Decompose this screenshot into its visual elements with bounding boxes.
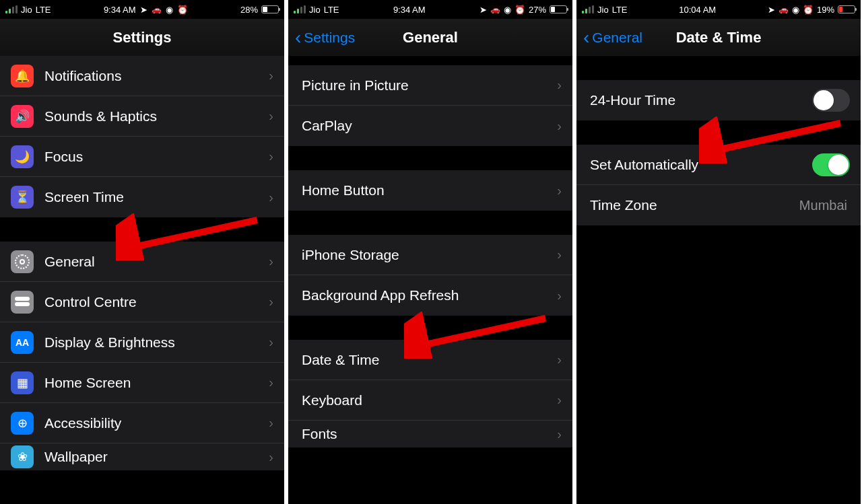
battery-pct: 19% xyxy=(817,5,834,15)
network-label: LTE xyxy=(324,5,339,15)
settings-row[interactable]: 🌙 Focus › xyxy=(0,137,284,177)
row-label: Date & Time xyxy=(302,352,557,368)
section-gap xyxy=(288,56,572,65)
battery-icon xyxy=(550,5,567,13)
nav-bar: ‹ General Date & Time xyxy=(576,19,861,56)
row-icon: 🌙 xyxy=(11,145,34,168)
chevron-right-icon: › xyxy=(269,149,273,164)
carrier-label: Jio xyxy=(597,5,609,15)
row-icon: ❀ xyxy=(11,445,34,468)
chevron-left-icon: ‹ xyxy=(583,28,589,47)
settings-row[interactable]: ⊕ Accessibility › xyxy=(0,403,284,443)
settings-row[interactable]: Keyboard › xyxy=(288,380,572,421)
list-group: Date & Time › Keyboard › Fonts › xyxy=(288,340,572,447)
settings-row[interactable]: ❀ Wallpaper › xyxy=(0,443,284,470)
row-icon: ❀ xyxy=(18,449,28,464)
target-icon: ◉ xyxy=(792,5,799,15)
row-label: Display & Brightness xyxy=(44,334,269,351)
row-icon: ▦ xyxy=(11,371,34,394)
chevron-right-icon: › xyxy=(269,190,273,205)
row-label: Keyboard xyxy=(302,392,557,408)
row-icon: 🔊 xyxy=(11,105,34,128)
settings-row[interactable]: Fonts › xyxy=(288,421,572,447)
row-icon xyxy=(11,291,34,314)
settings-row[interactable]: Time Zone Mumbai xyxy=(576,185,861,225)
settings-row[interactable]: Control Centre › xyxy=(0,282,284,322)
settings-row[interactable]: CarPlay › xyxy=(288,106,572,146)
row-label: CarPlay xyxy=(302,118,557,134)
target-icon: ◉ xyxy=(504,5,511,15)
location-icon: ➤ xyxy=(479,5,487,15)
settings-row[interactable]: 🔊 Sounds & Haptics › xyxy=(0,96,284,137)
list-group: 🔔 Notifications › 🔊 Sounds & Haptics › 🌙… xyxy=(0,56,284,217)
row-icon: 🌙 xyxy=(15,149,30,164)
toggle-icon xyxy=(15,297,30,308)
row-icon: AA xyxy=(11,331,34,354)
chevron-right-icon: › xyxy=(557,427,562,442)
row-label: Notifications xyxy=(44,68,269,84)
car-icon: 🚗 xyxy=(778,5,789,14)
row-label: Focus xyxy=(44,149,269,165)
alarm-icon: ⏰ xyxy=(515,5,525,15)
row-label: Accessibility xyxy=(44,415,269,431)
chevron-right-icon: › xyxy=(269,334,273,350)
row-value: Mumbai xyxy=(799,198,847,213)
back-label: General xyxy=(592,30,642,46)
phone-screen: Jio LTE 10:04 AM ➤ 🚗 ◉ ⏰ 19% ‹ General D… xyxy=(576,0,861,504)
chevron-right-icon: › xyxy=(557,352,562,367)
settings-row[interactable]: ⏳ Screen Time › xyxy=(0,177,284,217)
settings-row[interactable]: iPhone Storage › xyxy=(288,235,572,275)
phone-screen: Jio LTE 9:34 AM ➤ 🚗 ◉ ⏰ 27% ‹ Settings G… xyxy=(288,0,572,504)
toggle-switch[interactable] xyxy=(812,153,850,176)
back-button[interactable]: ‹ Settings xyxy=(295,28,355,47)
target-icon: ◉ xyxy=(166,5,173,15)
back-label: Settings xyxy=(304,30,355,46)
chevron-right-icon: › xyxy=(269,294,273,310)
settings-row[interactable]: Background App Refresh › xyxy=(288,275,572,316)
section-gap xyxy=(576,56,861,80)
page-title: Date & Time xyxy=(676,29,762,46)
chevron-right-icon: › xyxy=(557,247,562,262)
settings-row[interactable]: Date & Time › xyxy=(288,340,572,380)
chevron-right-icon: › xyxy=(557,183,562,199)
settings-row[interactable]: Home Button › xyxy=(288,170,572,211)
network-label: LTE xyxy=(612,5,628,15)
row-label: Wallpaper xyxy=(44,449,269,465)
row-icon: 🔔 xyxy=(15,69,30,83)
chevron-right-icon: › xyxy=(269,449,273,465)
settings-row[interactable]: General › xyxy=(0,242,284,282)
battery-pct: 28% xyxy=(240,5,258,15)
status-bar: Jio LTE 9:34 AM ➤ 🚗 ◉ ⏰ 27% xyxy=(288,0,572,19)
location-icon: ➤ xyxy=(140,5,147,15)
row-label: Fonts xyxy=(302,426,557,442)
settings-row[interactable]: ▦ Home Screen › xyxy=(0,363,284,403)
section-gap xyxy=(0,217,284,242)
list-group: Set Automatically Time Zone Mumbai xyxy=(576,145,861,225)
back-button[interactable]: ‹ General xyxy=(583,28,642,47)
settings-row[interactable]: 24-Hour Time xyxy=(576,80,861,120)
settings-row[interactable]: 🔔 Notifications › xyxy=(0,56,284,96)
row-label: Screen Time xyxy=(44,189,269,205)
section-gap xyxy=(576,120,861,145)
alarm-icon: ⏰ xyxy=(803,5,814,15)
chevron-right-icon: › xyxy=(269,375,273,390)
row-label: Background App Refresh xyxy=(302,287,557,303)
row-icon: 🔔 xyxy=(11,65,34,87)
carrier-label: Jio xyxy=(309,5,321,15)
list-group: Picture in Picture › CarPlay › xyxy=(288,65,572,146)
settings-row[interactable]: Set Automatically xyxy=(576,145,861,185)
row-label: General xyxy=(44,254,269,270)
row-icon xyxy=(11,250,34,273)
chevron-right-icon: › xyxy=(269,254,273,269)
row-icon: ⊕ xyxy=(11,412,34,435)
settings-row[interactable]: AA Display & Brightness › xyxy=(0,322,284,363)
row-label: Picture in Picture xyxy=(302,77,557,94)
section-gap xyxy=(288,146,572,170)
car-icon: 🚗 xyxy=(490,5,500,14)
settings-row[interactable]: Picture in Picture › xyxy=(288,65,572,106)
row-icon: ⏳ xyxy=(15,190,30,205)
chevron-right-icon: › xyxy=(269,415,273,431)
phone-screen: Jio LTE 9:34 AM ➤ 🚗 ◉ ⏰ 28% Settings 🔔 N… xyxy=(0,0,284,504)
toggle-switch[interactable] xyxy=(812,89,850,112)
status-time: 10:04 AM xyxy=(679,5,716,15)
